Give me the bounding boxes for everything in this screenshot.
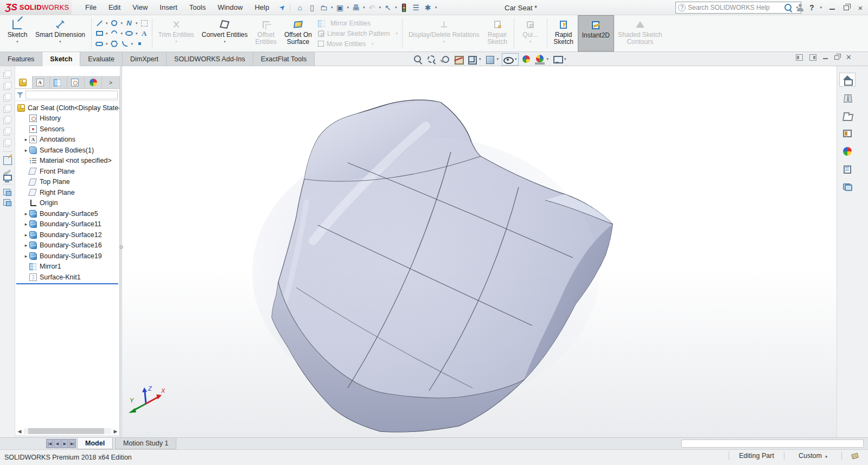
collapse-right-pane-icon[interactable]	[809, 54, 816, 61]
smart-dimension-button[interactable]: Smart Dimension▾	[31, 15, 89, 52]
view-cube-icon[interactable]	[3, 116, 11, 124]
menu-tools[interactable]: Tools	[183, 1, 212, 14]
feature-tree-filter-input[interactable]	[25, 91, 118, 99]
pin-menu-icon[interactable]: ➤	[277, 2, 287, 12]
display-style-button[interactable]: ▾	[484, 54, 500, 65]
arc-tool-button[interactable]	[110, 29, 119, 38]
expand-arrow-icon[interactable]: ▸	[23, 253, 29, 259]
tab-evaluate[interactable]: Evaluate	[80, 52, 123, 66]
featuremanager-tab[interactable]	[15, 76, 33, 88]
tree-item-boundary-surface19[interactable]: ▸Boundary-Surface19	[15, 251, 119, 262]
restore-button[interactable]	[842, 3, 851, 12]
view-palette-button[interactable]	[839, 126, 856, 141]
user-account-icon[interactable]	[796, 4, 804, 11]
select-button[interactable]: ↖	[382, 3, 393, 12]
rapid-sketch-button[interactable]: Rapid Sketch	[550, 15, 578, 52]
home-button[interactable]: ⌂	[295, 3, 305, 12]
tab-sketch[interactable]: Sketch	[42, 52, 80, 66]
tab-model[interactable]: Model	[77, 438, 113, 449]
collapse-left-pane-icon[interactable]	[796, 54, 803, 61]
open-caret-icon[interactable]: ▾	[331, 5, 333, 10]
menu-view[interactable]: View	[126, 1, 154, 14]
tree-item-top-plane[interactable]: Top Plane	[15, 177, 119, 188]
open-button[interactable]: 🗀	[318, 3, 329, 12]
tree-item-sensors[interactable]: Sensors	[15, 124, 119, 135]
tree-item-annotations[interactable]: ▸Annotations	[15, 135, 119, 145]
new-document-button[interactable]: ▯	[307, 3, 317, 12]
previous-tab-icon[interactable]: ◀	[54, 439, 61, 448]
tree-item-surface-knit1[interactable]: Surface-Knit1	[15, 272, 119, 283]
status-tags[interactable]	[841, 451, 868, 460]
edit-part-icon[interactable]	[3, 156, 12, 165]
tab-solidworks-add-ins[interactable]: SOLIDWORKS Add-Ins	[167, 52, 253, 66]
tag-input-strip[interactable]	[681, 439, 864, 448]
expand-arrow-icon[interactable]: ▸	[23, 137, 29, 142]
document-close-button[interactable]: ✕	[846, 53, 852, 61]
document-minimize-button[interactable]	[823, 55, 828, 59]
save-caret-icon[interactable]: ▾	[347, 5, 349, 10]
monitor-export-icon[interactable]	[3, 175, 12, 181]
tree-item-history[interactable]: History	[15, 113, 119, 124]
menu-file[interactable]: File	[79, 1, 103, 14]
tree-item-material-not-specified[interactable]: Material <not specified>	[15, 156, 119, 167]
expand-arrow-icon[interactable]: ▸	[23, 211, 29, 216]
apply-scene-caret-icon[interactable]: ▾	[547, 57, 549, 61]
tab-dimxpert[interactable]: DimXpert	[123, 52, 167, 66]
section-view-button[interactable]	[453, 54, 464, 65]
feature-manager-more-button[interactable]: >	[102, 76, 119, 88]
settings-gear-button[interactable]: ✱	[423, 3, 433, 12]
save-button[interactable]: ▣	[335, 3, 346, 12]
undo-caret-icon[interactable]: ▾	[379, 5, 381, 10]
car-seat-model[interactable]	[122, 66, 837, 437]
propertymanager-tab[interactable]	[33, 76, 50, 88]
tree-root-item[interactable]: Car Seat (Cloth<Display State-4	[15, 103, 119, 113]
rebuild-button[interactable]: 🚦	[399, 3, 410, 12]
forum-button[interactable]	[839, 180, 856, 194]
search-icon[interactable]	[783, 3, 793, 12]
circle-tool-button[interactable]	[110, 19, 119, 28]
spline-tool-button[interactable]: N	[125, 19, 133, 28]
text-tool-button[interactable]: A	[140, 29, 149, 38]
last-tab-icon[interactable]: ▶|	[69, 439, 76, 448]
view-orientation-button[interactable]: ▾	[467, 54, 482, 65]
tree-item-mirror1[interactable]: Mirror1	[15, 262, 119, 272]
menu-help[interactable]: Help	[248, 1, 275, 14]
scroll-right-icon[interactable]: ▶	[112, 428, 119, 435]
dimxpertmanager-tab[interactable]	[67, 76, 85, 88]
paste-window-icon[interactable]	[3, 199, 11, 206]
file-explorer-button[interactable]	[839, 109, 856, 123]
ellipse-tool-button[interactable]	[125, 29, 133, 38]
zoom-to-area-button[interactable]	[426, 54, 437, 65]
appearances-button[interactable]	[839, 144, 856, 158]
displaymanager-tab[interactable]	[85, 76, 102, 88]
close-button[interactable]: ×	[856, 3, 865, 12]
menu-window[interactable]: Window	[212, 1, 248, 14]
settings-gear-caret-icon[interactable]: ▾	[435, 5, 437, 10]
tree-item-right-plane[interactable]: Right Plane	[15, 187, 119, 198]
tree-item-boundary-surface16[interactable]: ▸Boundary-Surface16	[15, 240, 119, 251]
status-units[interactable]: Custom▴	[784, 451, 841, 460]
view-orientation-caret-icon[interactable]: ▾	[479, 57, 481, 61]
hide-show-items-caret-icon[interactable]: ▾	[515, 57, 517, 61]
configurationmanager-tab[interactable]	[50, 76, 67, 88]
expand-arrow-icon[interactable]: ▸	[23, 148, 29, 153]
document-restore-button[interactable]	[834, 55, 839, 60]
next-tab-icon[interactable]: ▶	[61, 439, 68, 448]
menu-insert[interactable]: Insert	[154, 1, 183, 14]
undo-button[interactable]: ↶	[367, 3, 378, 12]
view-cube-icon[interactable]	[3, 139, 11, 147]
instant2d-button[interactable]: Instant2D	[578, 15, 614, 52]
line-tool-button[interactable]	[95, 19, 104, 28]
tab-exactflat-tools[interactable]: ExactFlat Tools	[253, 52, 315, 66]
tree-item-surface-bodies-1[interactable]: ▸Surface Bodies(1)	[15, 145, 119, 156]
first-tab-icon[interactable]: |◀	[46, 439, 53, 448]
design-library-button[interactable]	[839, 91, 856, 105]
expand-arrow-icon[interactable]: ▸	[23, 232, 29, 238]
feature-panel-horizontal-scrollbar[interactable]: ◀ ▶	[16, 428, 119, 435]
tree-item-origin[interactable]: Origin	[15, 198, 119, 209]
view-cube-icon[interactable]	[3, 93, 11, 101]
scroll-left-icon[interactable]: ◀	[16, 428, 23, 435]
tree-item-boundary-surface5[interactable]: ▸Boundary-Surface5	[15, 208, 119, 219]
view-settings-button[interactable]: ▾	[552, 54, 567, 65]
tree-item-front-plane[interactable]: Front Plane	[15, 166, 119, 177]
